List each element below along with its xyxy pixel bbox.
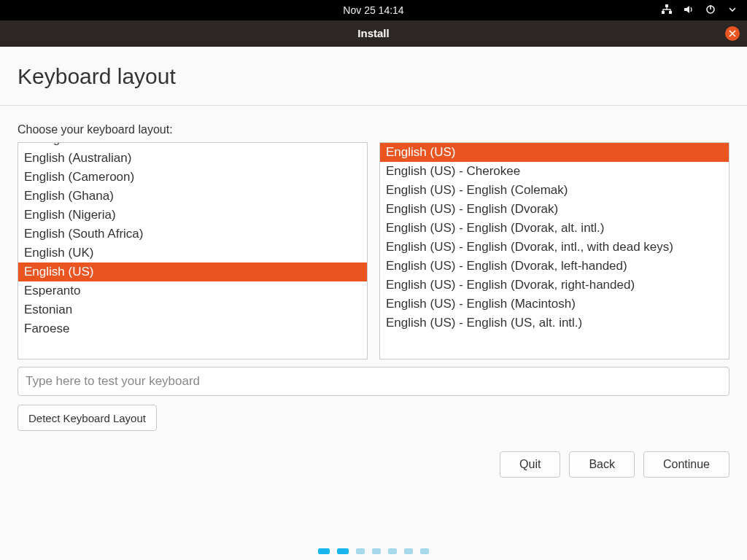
top-bar: Nov 25 14:14 xyxy=(0,0,747,20)
progress-dot xyxy=(318,548,330,554)
layout-item[interactable]: Dzongkha xyxy=(18,142,367,149)
close-button[interactable] xyxy=(725,26,740,41)
svg-rect-0 xyxy=(665,4,668,7)
layout-item[interactable]: English (US) xyxy=(18,262,367,281)
layout-item[interactable]: English (Australian) xyxy=(18,149,367,168)
progress-dot xyxy=(337,548,349,554)
variant-item[interactable]: English (US) - English (Dvorak, intl., w… xyxy=(380,238,729,257)
chevron-down-icon[interactable] xyxy=(727,4,738,18)
variant-item[interactable]: English (US) - English (Dvorak, alt. int… xyxy=(380,219,729,238)
variant-item[interactable]: English (US) - English (Colemak) xyxy=(380,181,729,200)
variant-item[interactable]: English (US) - English (US, alt. intl.) xyxy=(380,314,729,332)
variant-item[interactable]: English (US) - English (Macintosh) xyxy=(380,295,729,314)
layout-item[interactable]: English (Cameroon) xyxy=(18,168,367,187)
clock-text: Nov 25 14:14 xyxy=(343,4,403,16)
nav-buttons: Quit Back Continue xyxy=(500,451,729,478)
power-icon[interactable] xyxy=(705,4,716,18)
variant-item[interactable]: English (US) - Cherokee xyxy=(380,162,729,181)
variant-item[interactable]: English (US) - English (Dvorak) xyxy=(380,200,729,219)
layout-item[interactable]: Faroese xyxy=(18,319,367,338)
layout-listbox[interactable]: DzongkhaEnglish (Australian)English (Cam… xyxy=(18,142,368,359)
layout-item[interactable]: Estonian xyxy=(18,300,367,319)
svg-rect-1 xyxy=(662,11,665,14)
system-tray xyxy=(661,4,738,18)
variant-item[interactable]: English (US) xyxy=(380,143,729,162)
page-heading: Keyboard layout xyxy=(0,47,747,105)
progress-dot xyxy=(372,548,381,554)
quit-button[interactable]: Quit xyxy=(500,451,560,478)
layout-item[interactable]: Esperanto xyxy=(18,281,367,300)
progress-dot xyxy=(404,548,413,554)
back-button[interactable]: Back xyxy=(569,451,635,478)
layout-item[interactable]: English (Ghana) xyxy=(18,187,367,206)
layout-item[interactable]: English (UK) xyxy=(18,244,367,262)
variant-item[interactable]: English (US) - English (Dvorak, right-ha… xyxy=(380,276,729,295)
variant-listbox[interactable]: English (US)English (US) - CherokeeEngli… xyxy=(379,142,729,359)
layout-lists: DzongkhaEnglish (Australian)English (Cam… xyxy=(0,142,747,359)
progress-dot xyxy=(420,548,429,554)
installer-page: Keyboard layout Choose your keyboard lay… xyxy=(0,47,747,560)
detect-keyboard-button[interactable]: Detect Keyboard Layout xyxy=(18,405,157,431)
progress-indicator xyxy=(318,548,429,554)
progress-dot xyxy=(356,548,365,554)
progress-dot xyxy=(388,548,397,554)
keyboard-test-input[interactable] xyxy=(18,367,729,396)
layout-item[interactable]: English (Nigeria) xyxy=(18,206,367,225)
window-title: Install xyxy=(357,27,389,39)
variant-item[interactable]: English (US) - English (Dvorak, left-han… xyxy=(380,257,729,276)
continue-button[interactable]: Continue xyxy=(643,451,729,478)
network-icon[interactable] xyxy=(661,4,673,18)
layout-prompt: Choose your keyboard layout: xyxy=(0,106,747,142)
svg-rect-2 xyxy=(669,11,672,14)
window-titlebar: Install xyxy=(0,20,747,47)
layout-item[interactable]: English (South Africa) xyxy=(18,225,367,244)
volume-icon[interactable] xyxy=(683,4,694,18)
